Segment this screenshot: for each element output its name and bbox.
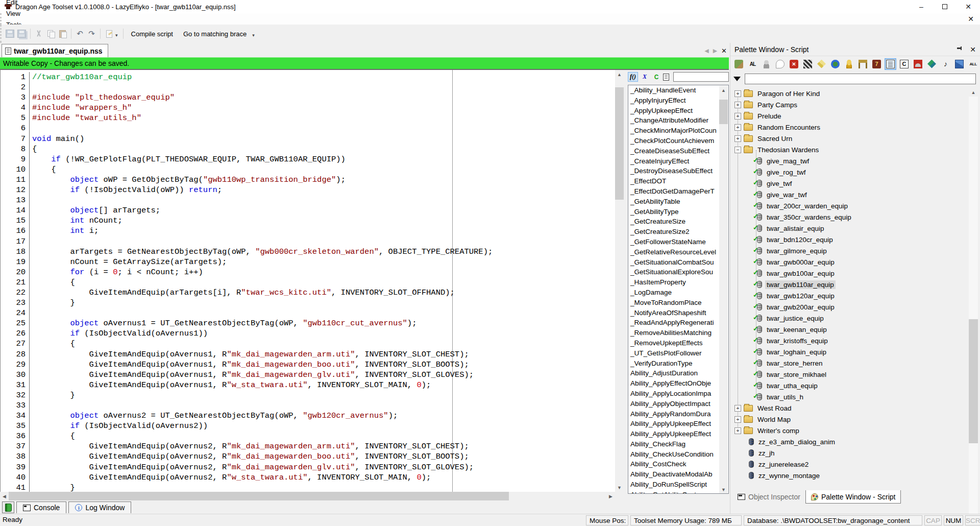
function-list-item[interactable]: _VerifyDurationType — [628, 358, 719, 369]
code-text[interactable]: GiveItemAndEquip(oAvernus1, R"mk_dai_mag… — [29, 349, 469, 360]
function-list-item[interactable]: Ability_CheckFlag — [628, 439, 719, 449]
tree-item-zz-e3-amb-dialog-anim[interactable]: zz_e3_amb_dialog_anim — [730, 436, 968, 447]
expand-icon[interactable]: + — [734, 90, 741, 97]
copy-icon[interactable] — [46, 30, 55, 38]
code-text[interactable]: GiveItemAndEquip(oAvernus1, R"mk_dai_mag… — [29, 370, 474, 380]
function-list-item[interactable]: _GetSituationalCombatSou — [628, 257, 719, 268]
editor-hscroll-thumb[interactable] — [9, 492, 509, 500]
code-text[interactable] — [29, 400, 37, 411]
function-list-item[interactable]: Ability_DoRunSpellScript — [628, 480, 719, 490]
function-list-item[interactable]: _CreateDiseaseSubEffect — [628, 146, 719, 156]
area-terrain-icon[interactable] — [734, 60, 743, 68]
function-list-item[interactable]: Ability_ApplyObjectImpact — [628, 399, 719, 409]
palette-scroll-thumb[interactable] — [969, 319, 978, 443]
function-list-item[interactable]: _GetCreatureSize — [628, 217, 719, 227]
function-list-item[interactable]: _GetAbilityTable — [628, 197, 719, 207]
expand-icon[interactable]: + — [734, 102, 741, 108]
code-text[interactable]: if (IsObjectValid(oAvernus1)) — [29, 328, 208, 339]
function-list-scrollbar[interactable]: ▲ ▼ — [719, 86, 728, 494]
code-text[interactable]: GiveItemAndEquip(oAvernus1, R"mk_dai_mag… — [29, 360, 469, 370]
tree-item-twar-store-mikhael[interactable]: ✓twar_store_mikhael — [730, 369, 968, 380]
code-text[interactable]: { — [29, 339, 75, 349]
tree-item-give-twf[interactable]: ✓give_twf — [730, 178, 968, 189]
menu-item-edit[interactable]: Edit — [2, 0, 34, 8]
minimize-button[interactable]: – — [910, 0, 933, 13]
function-list-item[interactable]: _HasItemProperty — [628, 277, 719, 288]
expand-icon[interactable]: + — [734, 124, 741, 131]
code-text[interactable]: if (IsObjectValid(oAvernus2)) — [29, 421, 208, 431]
function-list[interactable]: _Ability_HandleEvent_ApplyInjuryEffect_A… — [628, 85, 729, 494]
code-text[interactable] — [29, 308, 37, 318]
code-text[interactable]: GiveItemAndEquip(oAvernus1, R"w_sta_twar… — [29, 380, 431, 390]
character-icon[interactable] — [762, 60, 771, 68]
redo-icon[interactable]: ↷ — [87, 30, 96, 38]
tree-item-zz-junerelease2[interactable]: zz_junerelease2 — [730, 459, 968, 470]
tree-item-twar-gwb110ar-equip[interactable]: ✓twar_gwb110ar_equip — [730, 279, 968, 290]
function-list-item[interactable]: Ability_CostCheck — [628, 459, 719, 469]
function-list-item[interactable]: _ApplyUpkeepEffect — [628, 106, 719, 116]
function-list-item[interactable]: _ApplyInjuryEffect — [628, 95, 719, 106]
code-text[interactable]: } — [29, 390, 75, 400]
script-symbols-icon[interactable] — [663, 74, 669, 81]
palette-scrollbar[interactable]: ▲ ▼ — [969, 88, 978, 526]
function-list-item[interactable]: _CreateInjuryEffect — [628, 156, 719, 166]
scroll-down-icon[interactable]: ▼ — [719, 485, 728, 494]
function-list-item[interactable]: Ability_CheckUseCondition — [628, 449, 719, 460]
sound-icon[interactable] — [914, 60, 922, 68]
code-text[interactable]: GiveItemAndEquip(oAvernus2, R"mk_dai_mag… — [29, 451, 469, 462]
tree-item-twar-200cr-warden-equip[interactable]: ✓twar_200cr_warden_equip — [730, 200, 968, 211]
tree-item-twar-loghain-equip[interactable]: ✓twar_loghain_equip — [730, 346, 968, 357]
function-list-item[interactable]: _MoveToRandomPlace — [628, 298, 719, 308]
tree-item-give-war-twf[interactable]: ✓give_war_twf — [730, 189, 968, 200]
music-icon[interactable] — [941, 60, 950, 68]
tree-item-twar-gwb000ar-equip[interactable]: ✓twar_gwb000ar_equip — [730, 256, 968, 268]
code-text[interactable]: for (i = 0; i < nCount; i++) — [29, 267, 203, 277]
expand-icon[interactable]: + — [734, 427, 741, 434]
code-text[interactable]: GiveItemAndEquip(arTargets[i], R"twar_wc… — [29, 288, 455, 298]
code-text[interactable]: #include "wrappers_h" — [29, 103, 132, 113]
function-list-item[interactable]: _EffectDOT — [628, 176, 719, 186]
function-list-item[interactable]: _NotifyAreaOfShapeshift — [628, 308, 719, 318]
pin-icon[interactable] — [957, 46, 963, 53]
code-text[interactable] — [29, 236, 37, 247]
tree-item-world-map[interactable]: +World Map — [730, 414, 968, 425]
paste-icon[interactable] — [58, 30, 67, 38]
close-document-icon[interactable]: ✕ — [968, 15, 974, 23]
function-list-item[interactable]: _RemoveAbilitiesMatching — [628, 328, 719, 338]
code-text[interactable]: { — [29, 431, 75, 441]
map-icon[interactable] — [927, 60, 936, 68]
code-text[interactable]: if (!IsObjectValid(oWP)) return; — [29, 185, 222, 195]
code-text[interactable] — [29, 195, 37, 205]
tree-item-paragon-of-her-kind[interactable]: +Paragon of Her Kind — [730, 88, 968, 99]
tree-item-give-rog-twf[interactable]: ✓give_rog_twf — [730, 166, 968, 178]
tree-item-twar-kristoffs-equip[interactable]: ✓twar_kristoffs_equip — [730, 335, 968, 346]
save-icon[interactable] — [6, 30, 14, 38]
scroll-left-icon[interactable]: ◀ — [0, 492, 9, 500]
scroll-right-icon[interactable]: ▶ — [606, 492, 615, 500]
function-list-item[interactable]: _GetAbilityType — [628, 207, 719, 217]
function-list-item[interactable]: Ability_ApplyUpkeepEffect — [628, 429, 719, 439]
tree-item-thedosian-wardens[interactable]: −Thedosian Wardens — [730, 144, 968, 155]
scroll-up-icon[interactable]: ▲ — [719, 86, 728, 94]
tree-item-twar-gilmore-equip[interactable]: ✓twar_gilmore_equip — [730, 245, 968, 256]
code-text[interactable] — [29, 82, 37, 92]
tree-item-twar-gwb100ar-equip[interactable]: ✓twar_gwb100ar_equip — [730, 268, 968, 279]
functions-filter-icon[interactable]: f() — [628, 72, 638, 82]
function-search-input[interactable] — [673, 72, 729, 82]
function-list-item[interactable]: _DestroyDiseaseSubEffect — [628, 166, 719, 176]
tree-item-twar-gwb200ar-equip[interactable]: ✓twar_gwb200ar_equip — [730, 301, 968, 313]
code-text[interactable]: #include "twar_utils_h" — [29, 113, 141, 123]
tree-item-twar-store-herren[interactable]: ✓twar_store_herren — [730, 357, 968, 369]
expand-icon[interactable]: + — [734, 135, 741, 142]
function-list-item[interactable]: _ReadAndApplyRegenerati — [628, 318, 719, 328]
palette-dropdown-icon[interactable] — [733, 77, 741, 81]
tree-item-twar-keenan-equip[interactable]: ✓twar_keenan_equip — [730, 324, 968, 335]
merchant-icon[interactable] — [845, 60, 853, 68]
code-text[interactable]: object oAvernus2 = UT_GetNearestObjectBy… — [29, 411, 398, 421]
tree-item-zz-wynne-montage[interactable]: zz_wynne_montage — [730, 470, 968, 481]
tree-item-west-road[interactable]: +West Road — [730, 402, 968, 414]
constants-filter-icon[interactable]: C — [651, 72, 662, 82]
conversation-icon[interactable] — [776, 60, 785, 68]
scroll-down-icon[interactable]: ▼ — [615, 483, 624, 492]
cut-icon[interactable] — [35, 30, 43, 38]
